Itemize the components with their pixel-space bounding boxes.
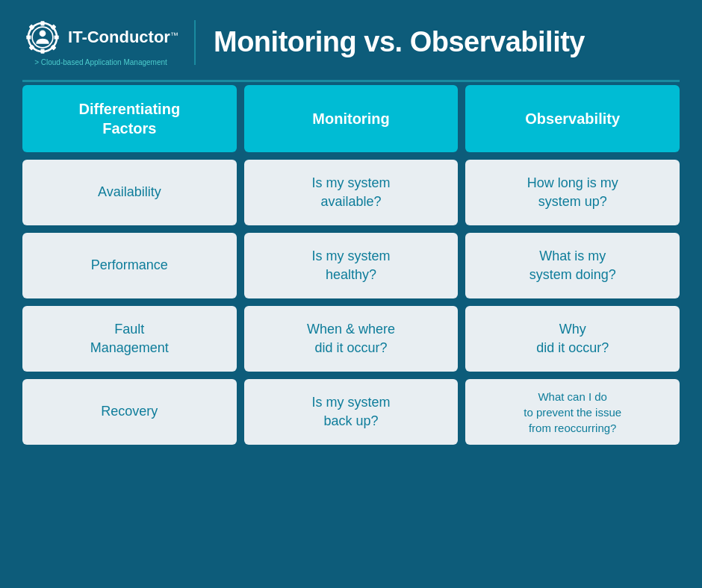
page-title: Monitoring vs. Observability (214, 27, 585, 58)
factor-performance: Performance (22, 233, 237, 298)
header-separator (22, 80, 680, 82)
col-header-observability: Observability (465, 85, 680, 152)
table-row: Recovery Is my systemback up? What can I… (22, 379, 680, 445)
observability-fault-text: Whydid it occur? (536, 320, 609, 357)
monitoring-availability: Is my systemavailable? (244, 160, 459, 225)
observability-recovery: What can I doto prevent the issuefrom re… (465, 379, 680, 445)
table-row: Performance Is my systemhealthy? What is… (22, 233, 680, 298)
monitoring-performance: Is my systemhealthy? (244, 233, 459, 298)
col-header-monitoring-label: Monitoring (312, 109, 389, 128)
factor-recovery: Recovery (22, 379, 237, 445)
header-row: DifferentiatingFactors Monitoring Observ… (22, 85, 680, 152)
observability-availability-text: How long is mysystem up? (527, 174, 618, 211)
header: IT-Conductor™ > Cloud-based Application … (22, 18, 680, 66)
observability-availability: How long is mysystem up? (465, 160, 680, 225)
monitoring-availability-text: Is my systemavailable? (312, 174, 391, 211)
logo-icon (23, 18, 62, 57)
factor-fault-label: FaultManagement (90, 320, 169, 357)
col-header-factors: DifferentiatingFactors (22, 85, 237, 152)
observability-recovery-text: What can I doto prevent the issuefrom re… (524, 389, 621, 436)
col-header-factors-label: DifferentiatingFactors (79, 99, 181, 138)
svg-rect-4 (26, 35, 31, 39)
col-header-observability-label: Observability (525, 109, 620, 128)
observability-performance: What is mysystem doing? (465, 233, 680, 298)
svg-point-10 (40, 30, 46, 37)
factor-fault: FaultManagement (22, 306, 237, 372)
observability-fault: Whydid it occur? (465, 306, 680, 372)
col-header-monitoring: Monitoring (244, 85, 459, 152)
logo-name: IT-Conductor (68, 28, 170, 46)
logo-tagline: > Cloud-based Application Management (34, 58, 167, 66)
factor-availability: Availability (22, 160, 237, 225)
monitoring-recovery-text: Is my systemback up? (312, 393, 391, 431)
header-divider (194, 20, 196, 65)
svg-rect-5 (55, 35, 59, 39)
monitoring-fault-text: When & wheredid it occur? (307, 320, 395, 357)
logo-tm: ™ (170, 31, 178, 40)
factor-recovery-label: Recovery (101, 402, 158, 421)
svg-rect-3 (40, 49, 44, 54)
svg-point-1 (32, 27, 53, 48)
factor-performance-label: Performance (91, 256, 168, 275)
table: DifferentiatingFactors Monitoring Observ… (22, 85, 680, 570)
svg-rect-2 (40, 21, 44, 25)
monitoring-recovery: Is my systemback up? (244, 379, 459, 445)
logo-area: IT-Conductor™ > Cloud-based Application … (22, 18, 179, 66)
table-row: FaultManagement When & wheredid it occur… (22, 306, 680, 372)
monitoring-fault: When & wheredid it occur? (244, 306, 459, 372)
table-row: Availability Is my systemavailable? How … (22, 160, 680, 225)
monitoring-performance-text: Is my systemhealthy? (312, 247, 391, 284)
main-container: IT-Conductor™ > Cloud-based Application … (0, 0, 702, 588)
observability-performance-text: What is mysystem doing? (529, 247, 616, 284)
factor-availability-label: Availability (98, 183, 161, 201)
